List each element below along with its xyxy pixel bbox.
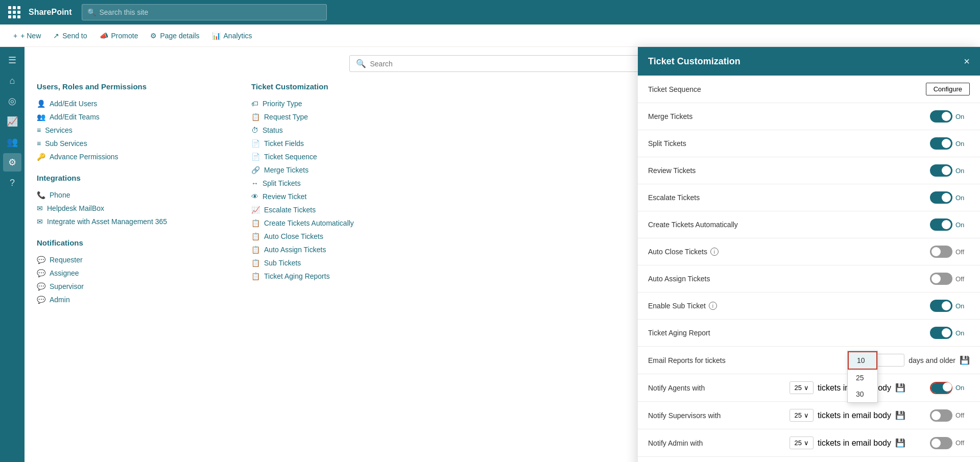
nav-item-assignee[interactable]: 💬Assignee — [37, 266, 231, 280]
send-to-icon: ↗ — [53, 32, 59, 40]
menu-icon[interactable]: ☰ — [3, 51, 21, 69]
merge-tickets-label: Merge Tickets — [648, 112, 692, 120]
mailbox-icon: ✉ — [37, 204, 43, 212]
nav-item-ticket-aging-reports[interactable]: 📋Ticket Aging Reports — [251, 270, 445, 283]
nav-item-review-ticket[interactable]: 👁Review Ticket — [251, 190, 445, 203]
nav-item-status[interactable]: ⏱Status — [251, 124, 445, 137]
create-tickets-auto-control: On — [930, 218, 970, 231]
nav-item-auto-assign-tickets[interactable]: 📋Auto Assign Tickets — [251, 243, 445, 256]
auto-close-tickets-label: Auto Close Tickets i — [648, 248, 719, 256]
nav-section: Users, Roles and Permissions 👤Add/Edit U… — [37, 82, 445, 317]
panel-close-button[interactable]: × — [964, 56, 970, 67]
create-tickets-auto-label: Create Tickets Automatically — [648, 221, 738, 229]
analytics-button[interactable]: 📊 Analytics — [207, 29, 257, 43]
panel-row-ticket-sequence: Ticket Sequence Configure — [638, 76, 980, 103]
nav-item-create-tickets-auto[interactable]: 📋Create Tickets Automatically — [251, 216, 445, 230]
send-to-button[interactable]: ↗ Send to — [48, 29, 92, 43]
panel-row-enable-sub-ticket: Enable Sub Ticket i On — [638, 293, 980, 320]
supervisor-icon: 💬 — [37, 282, 45, 290]
notify-supervisors-select[interactable]: 25 ∨ — [790, 409, 813, 422]
nav-item-sub-tickets[interactable]: 📋Sub Tickets — [251, 256, 445, 270]
help-icon[interactable]: ? — [3, 174, 21, 192]
app-logo: SharePoint — [29, 8, 71, 17]
email-reports-save-icon[interactable]: 💾 — [960, 355, 970, 365]
promote-button[interactable]: 📣 Promote — [94, 29, 144, 43]
nav-item-add-edit-teams[interactable]: 👥Add/Edit Teams — [37, 110, 231, 124]
nav-item-sub-services[interactable]: ≡Sub Services — [37, 137, 231, 150]
nav-item-ticket-sequence[interactable]: 📄Ticket Sequence — [251, 150, 445, 163]
nav-item-priority-type[interactable]: 🏷Priority Type — [251, 97, 445, 110]
notify-supervisors-save-icon[interactable]: 💾 — [895, 410, 905, 420]
admin-icon: 💬 — [37, 296, 45, 304]
escalate-tickets-toggle[interactable] — [930, 191, 952, 204]
nav-item-ticket-fields[interactable]: 📄Ticket Fields — [251, 137, 445, 150]
permissions-icon: 🔑 — [37, 153, 45, 161]
settings-icon[interactable]: ⚙ — [3, 153, 21, 172]
search-icon: 🔍 — [356, 59, 366, 68]
nav-item-request-type[interactable]: 📋Request Type — [251, 110, 445, 124]
split-tickets-control: On — [930, 137, 970, 150]
enable-sub-ticket-info-icon[interactable]: i — [709, 302, 717, 310]
nav-item-merge-tickets[interactable]: 🔗Merge Tickets — [251, 163, 445, 177]
auto-assign-tickets-toggle-label: Off — [955, 275, 970, 283]
requester-icon: 💬 — [37, 256, 45, 264]
email-reports-days-input[interactable] — [874, 354, 904, 367]
auto-close-icon: 📋 — [251, 232, 260, 240]
nav-item-supervisor[interactable]: 💬Supervisor — [37, 280, 231, 293]
home-icon[interactable]: ⌂ — [3, 71, 21, 90]
panel-row-auto-close-tickets: Auto Close Tickets i Off — [638, 238, 980, 265]
panel-row-notify-agents: Notify Agents with 25 ∨ tickets in email… — [638, 374, 980, 402]
nav-item-split-tickets[interactable]: ↔Split Tickets — [251, 177, 445, 190]
escalate-icon: 📈 — [251, 206, 260, 214]
nav-item-escalate-tickets[interactable]: 📈Escalate Tickets — [251, 203, 445, 216]
nav-item-advance-permissions[interactable]: 🔑Advance Permissions — [37, 150, 231, 163]
teams-icon: 👥 — [37, 113, 45, 121]
nav-item-services[interactable]: ≡Services — [37, 124, 231, 137]
chart-icon[interactable]: 📈 — [3, 112, 21, 131]
split-tickets-toggle[interactable] — [930, 137, 952, 150]
auto-assign-tickets-toggle[interactable] — [930, 273, 952, 285]
create-tickets-auto-toggle[interactable] — [930, 218, 952, 231]
page-details-button[interactable]: ⚙ Page details — [145, 29, 204, 43]
new-button[interactable]: + + New — [8, 29, 46, 43]
notify-admin-save-icon[interactable]: 💾 — [895, 438, 905, 448]
enable-sub-ticket-label: Enable Sub Ticket i — [648, 302, 717, 310]
globe-icon[interactable]: ◎ — [3, 92, 21, 110]
notify-agents-toggle[interactable] — [930, 382, 952, 394]
analytics-icon: 📊 — [212, 32, 221, 40]
dropdown-option-10[interactable]: 10 — [848, 351, 877, 370]
page-search-input[interactable] — [370, 60, 649, 68]
notify-admin-suffix: tickets in email body — [818, 439, 891, 448]
enable-sub-ticket-toggle[interactable] — [930, 300, 952, 312]
nav-item-helpdesk-mailbox[interactable]: ✉Helpdesk MailBox — [37, 202, 231, 215]
nav-item-admin[interactable]: 💬Admin — [37, 293, 231, 306]
notify-agents-label: Notify Agents with — [648, 384, 705, 392]
configure-button[interactable]: Configure — [926, 83, 970, 95]
dropdown-option-25[interactable]: 25 — [848, 370, 877, 386]
auto-close-tickets-toggle[interactable] — [930, 246, 952, 258]
nav-item-requester[interactable]: 💬Requester — [37, 253, 231, 266]
notify-admin-toggle[interactable] — [930, 437, 952, 449]
app-launcher-icon[interactable] — [6, 4, 22, 20]
global-search[interactable]: 🔍 — [82, 4, 327, 20]
nav-item-add-edit-users[interactable]: 👤Add/Edit Users — [37, 97, 231, 110]
nav-item-phone[interactable]: 📞Phone — [37, 188, 231, 202]
auto-close-info-icon[interactable]: i — [710, 248, 719, 256]
auto-close-tickets-toggle-label: Off — [955, 248, 970, 256]
search-input[interactable] — [99, 8, 321, 16]
notify-supervisors-toggle[interactable] — [930, 409, 952, 422]
split-tickets-label: Split Tickets — [648, 139, 686, 148]
page-search[interactable]: 🔍 — [349, 55, 656, 72]
users-icon[interactable]: 👥 — [3, 133, 21, 151]
ticket-aging-report-toggle[interactable] — [930, 327, 952, 339]
notify-agents-select[interactable]: 25 ∨ — [790, 381, 813, 394]
dropdown-option-30[interactable]: 30 — [848, 386, 877, 402]
nav-item-auto-close-tickets[interactable]: 📋Auto Close Tickets — [251, 230, 445, 243]
notify-agents-save-icon[interactable]: 💾 — [895, 383, 905, 393]
merge-tickets-toggle[interactable] — [930, 110, 952, 123]
auto-assign-tickets-control: Off — [930, 273, 970, 285]
review-tickets-toggle[interactable] — [930, 164, 952, 177]
notify-admin-select[interactable]: 25 ∨ — [790, 436, 813, 449]
request-icon: 📋 — [251, 113, 260, 121]
nav-item-asset-management[interactable]: ✉Integrate with Asset Management 365 — [37, 215, 231, 228]
